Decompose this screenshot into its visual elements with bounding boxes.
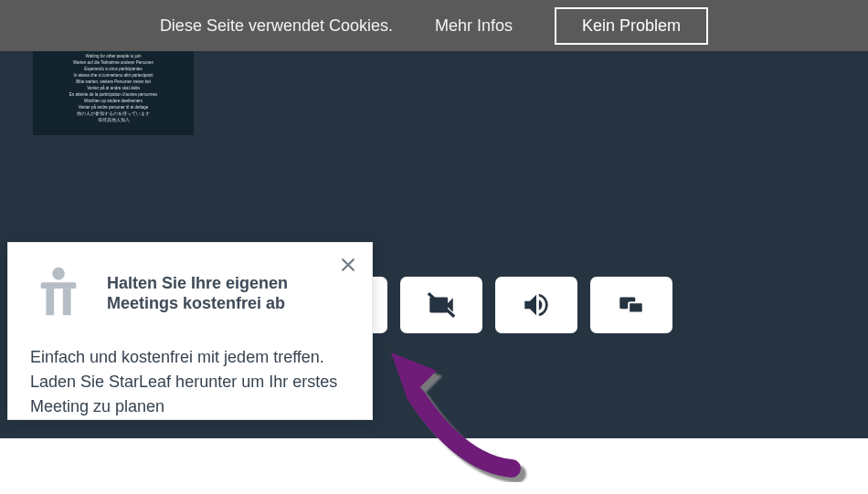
thumb-line: 等待其他人加入 [98,117,130,123]
thumb-line: Esperando a otros participantes [84,66,143,72]
speaker-icon [521,289,552,321]
thumb-line: Venter på andre personer til at deltage [79,104,149,110]
thumb-line: Warten auf die Teilnahme anderer Persone… [73,59,153,66]
camera-off-icon [426,289,457,321]
volume-button[interactable] [495,277,577,333]
svg-rect-7 [63,289,71,315]
thumb-line: Venter på at andre skal delta [87,85,139,91]
thumb-line: In attesa che si connettano altri partec… [74,72,153,79]
cookie-text: Diese Seite verwendet Cookies. [160,16,393,36]
close-button[interactable] [335,252,361,278]
svg-rect-5 [41,282,77,289]
cookie-more-link[interactable]: Mehr Infos [435,16,513,36]
popup-title: Halten Sie Ihre eigenen Meetings kostenf… [107,273,350,314]
thumb-line: 他の人が参加するのを待っています [77,110,150,117]
popup-body: Einfach und kostenfrei mit jedem treffen… [30,345,350,419]
podium-icon [30,263,87,323]
popup-header: Halten Sie Ihre eigenen Meetings kostenf… [30,263,350,323]
screens-icon [616,289,647,321]
promo-popup: Halten Sie Ihre eigenen Meetings kostenf… [7,242,373,420]
waiting-thumbnail: Waiting for other people to join Warten … [33,51,194,135]
cookie-accept-button[interactable]: Kein Problem [555,7,708,45]
close-icon [339,256,357,274]
thumb-line: Bitte warten, weitere Personen treten be… [76,79,150,85]
svg-rect-3 [629,302,643,312]
cookie-bar: Diese Seite verwendet Cookies. Mehr Info… [0,0,868,51]
thumb-line: En attente de la participation d'autres … [69,91,157,98]
thumb-line: Waiting for other people to join [86,53,142,59]
thumb-line: Wachten op andere deelnemers [84,98,143,104]
svg-rect-6 [46,289,54,315]
screen-share-button[interactable] [590,277,672,333]
svg-point-4 [52,268,65,280]
camera-off-button[interactable] [400,277,482,333]
